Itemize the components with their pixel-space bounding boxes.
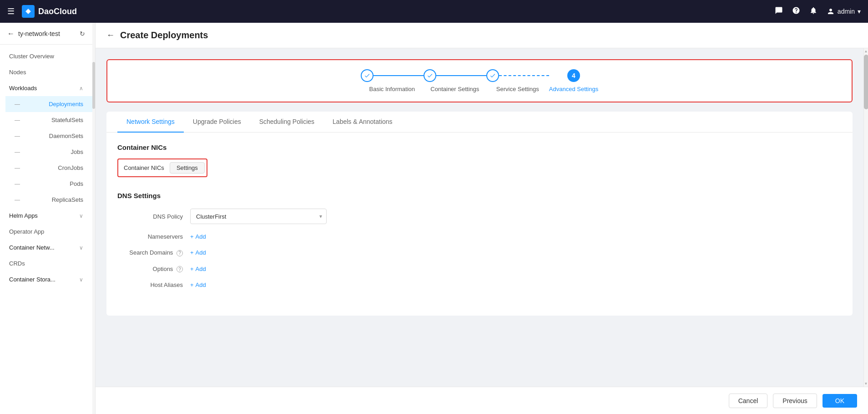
sidebar-refresh-icon[interactable]: ↻ — [80, 30, 85, 37]
search-domains-label: Search Domains ? — [117, 249, 190, 256]
sidebar-scrollbar-thumb — [92, 62, 95, 109]
dns-settings-section: DNS Settings DNS Policy ClusterFirst — [117, 192, 842, 288]
sidebar-item-operator-app[interactable]: Operator App — [0, 224, 92, 240]
nic-label: Container NICs — [120, 163, 168, 173]
help-icon[interactable] — [792, 6, 800, 17]
content-area: ← Create Deployments — [96, 23, 868, 414]
host-aliases-label: Host Aliases — [117, 281, 190, 288]
scrollable-area: Basic Information Container — [96, 48, 868, 387]
step-2-circle — [424, 69, 436, 82]
dns-section-title: DNS Settings — [117, 192, 842, 199]
step-basic-info: Basic Information — [361, 69, 424, 92]
right-scrollbar-thumb — [864, 55, 868, 109]
step-service-settings: Service Settings — [486, 69, 549, 92]
dns-policy-row: DNS Policy ClusterFirst ClusterFirstWith… — [117, 209, 842, 224]
form-tabs: Network Settings Upgrade Policies Schedu… — [106, 112, 853, 133]
ok-button[interactable]: OK — [823, 394, 857, 408]
dns-policy-select[interactable]: ClusterFirst ClusterFirstWithHostNet Def… — [190, 209, 327, 224]
dns-policy-label: DNS Policy — [117, 213, 190, 220]
step-1-circle — [361, 69, 373, 82]
sidebar-item-cronjobs[interactable]: — CronJobs — [5, 160, 92, 176]
user-name: admin — [838, 8, 855, 15]
sidebar-content: Cluster Overview Nodes Workloads ∧ — Dep… — [0, 45, 92, 414]
menu-icon[interactable]: ☰ — [7, 6, 15, 16]
sidebar-item-cluster-overview[interactable]: Cluster Overview — [0, 48, 92, 64]
sidebar-item-statefulsets[interactable]: — StatefulSets — [5, 112, 92, 128]
container-nics-title: Container NICs — [117, 143, 842, 151]
step-line-2 — [436, 75, 486, 76]
container-netw-chevron: ∨ — [79, 245, 83, 251]
user-menu[interactable]: admin ▾ — [827, 7, 861, 15]
nic-settings-button[interactable]: Settings — [170, 162, 205, 174]
tab-labels-annotations[interactable]: Labels & Annotations — [323, 112, 402, 133]
previous-button[interactable]: Previous — [773, 394, 817, 408]
sidebar-back-icon[interactable]: ← — [7, 30, 15, 38]
host-aliases-add-link[interactable]: + Add — [190, 281, 372, 288]
sidebar-item-daemonsets[interactable]: — DaemonSets — [5, 128, 92, 144]
nameservers-row: Nameservers + Add — [117, 233, 842, 240]
sidebar-item-deployments[interactable]: — Deployments — [5, 96, 92, 112]
right-scrollbar: ▲ ▼ — [863, 48, 868, 387]
bell-icon[interactable] — [809, 6, 818, 17]
scroll-down-arrow[interactable]: ▼ — [864, 382, 868, 386]
sidebar-item-pods[interactable]: — Pods — [5, 176, 92, 192]
step-advanced-settings: 4 Advanced Settings — [549, 69, 598, 92]
nameservers-control: + Add — [190, 233, 372, 240]
sidebar-header: ← ty-network-test ↻ — [0, 23, 92, 45]
step-container-settings: Container Settings — [424, 69, 486, 92]
steps-wizard: Basic Information Container — [106, 59, 853, 102]
page-header: ← Create Deployments — [96, 23, 868, 48]
sidebar-item-helm-apps[interactable]: Helm Apps ∨ — [0, 208, 92, 224]
workloads-chevron: ∧ — [79, 85, 83, 92]
chat-icon[interactable] — [775, 6, 783, 17]
sidebar-scrollbar — [92, 23, 95, 414]
options-add-icon: + — [190, 266, 194, 272]
step-1-label: Basic Information — [369, 86, 415, 92]
helm-apps-chevron: ∨ — [79, 213, 83, 219]
form-content: Container NICs Container NICs Settings D… — [106, 133, 853, 316]
host-aliases-control: + Add — [190, 281, 372, 288]
step-4-label: Advanced Settings — [549, 86, 598, 92]
sidebar-item-container-stora[interactable]: Container Stora... ∨ — [0, 271, 92, 287]
host-aliases-row: Host Aliases + Add — [117, 281, 842, 288]
nameservers-add-link[interactable]: + Add — [190, 233, 372, 240]
options-help-icon[interactable]: ? — [177, 266, 183, 272]
step-line-1 — [373, 75, 424, 76]
container-stora-chevron: ∨ — [79, 276, 83, 283]
sidebar-item-crds[interactable]: CRDs — [0, 256, 92, 271]
cancel-button[interactable]: Cancel — [729, 394, 768, 408]
host-aliases-add-icon: + — [190, 281, 194, 288]
host-aliases-add-text: Add — [196, 281, 206, 288]
options-control: + Add — [190, 266, 372, 272]
step-line-3-dashed — [499, 75, 549, 76]
page-title: Create Deployments — [120, 30, 208, 41]
nameservers-label: Nameservers — [117, 233, 190, 240]
scroll-up-arrow[interactable]: ▲ — [864, 49, 868, 53]
sidebar-item-workloads[interactable]: Workloads ∧ — [0, 80, 92, 96]
tab-scheduling-policies[interactable]: Scheduling Policies — [250, 112, 323, 133]
sidebar-item-nodes[interactable]: Nodes — [0, 64, 92, 80]
page-back-button[interactable]: ← — [106, 31, 115, 40]
search-domains-control: + Add — [190, 249, 372, 256]
svg-point-1 — [27, 10, 30, 13]
nav-icons: admin ▾ — [775, 6, 861, 17]
search-domains-add-link[interactable]: + Add — [190, 249, 372, 256]
options-add-link[interactable]: + Add — [190, 266, 372, 272]
options-row: Options ? + Add — [117, 266, 842, 273]
search-domains-help-icon[interactable]: ? — [177, 250, 183, 256]
cluster-name: ty-network-test — [18, 30, 60, 37]
logo-icon — [22, 5, 35, 18]
nameservers-add-text: Add — [196, 233, 206, 240]
sidebar-item-jobs[interactable]: — Jobs — [5, 144, 92, 160]
step-3-circle — [486, 69, 499, 82]
options-add-text: Add — [196, 266, 206, 272]
step-3-label: Service Settings — [496, 86, 539, 92]
dns-policy-select-wrapper: ClusterFirst ClusterFirstWithHostNet Def… — [190, 209, 327, 224]
sidebar-item-replicasets[interactable]: — ReplicaSets — [5, 192, 92, 208]
dns-policy-control: ClusterFirst ClusterFirstWithHostNet Def… — [190, 209, 372, 224]
form-card: Network Settings Upgrade Policies Schedu… — [106, 112, 853, 316]
tab-upgrade-policies[interactable]: Upgrade Policies — [184, 112, 250, 133]
tab-network-settings[interactable]: Network Settings — [117, 112, 184, 133]
sidebar-item-container-netw[interactable]: Container Netw... ∨ — [0, 240, 92, 256]
sidebar: ← ty-network-test ↻ Cluster Overview Nod… — [0, 23, 96, 414]
